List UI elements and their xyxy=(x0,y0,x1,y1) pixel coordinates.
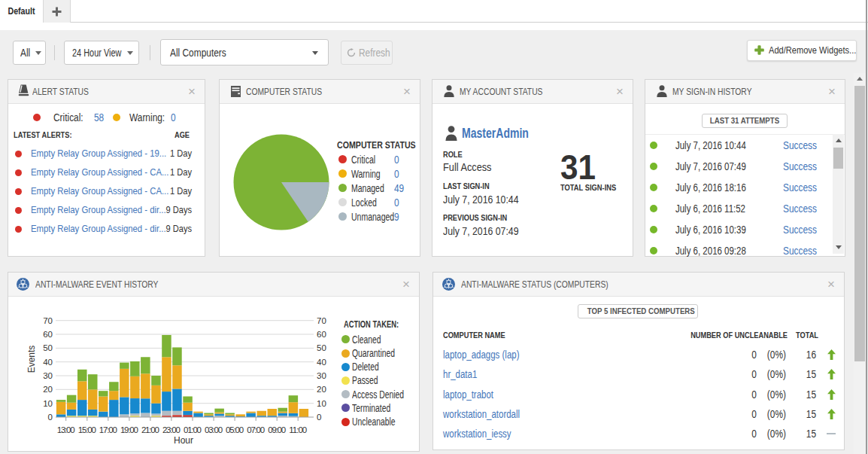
svg-text:10: 10 xyxy=(317,399,326,408)
svg-text:Events: Events xyxy=(26,346,37,373)
svg-text:15:00: 15:00 xyxy=(78,425,96,434)
svg-text:10: 10 xyxy=(43,399,53,408)
svg-text:50: 50 xyxy=(43,343,53,352)
svg-text:40: 40 xyxy=(43,358,53,367)
svg-text:30: 30 xyxy=(43,371,53,380)
svg-text:70: 70 xyxy=(317,316,326,325)
svg-text:0: 0 xyxy=(48,413,53,422)
svg-text:13:00: 13:00 xyxy=(57,425,75,434)
svg-text:20: 20 xyxy=(43,385,53,394)
svg-text:70: 70 xyxy=(43,316,53,325)
svg-text:60: 60 xyxy=(43,330,53,339)
